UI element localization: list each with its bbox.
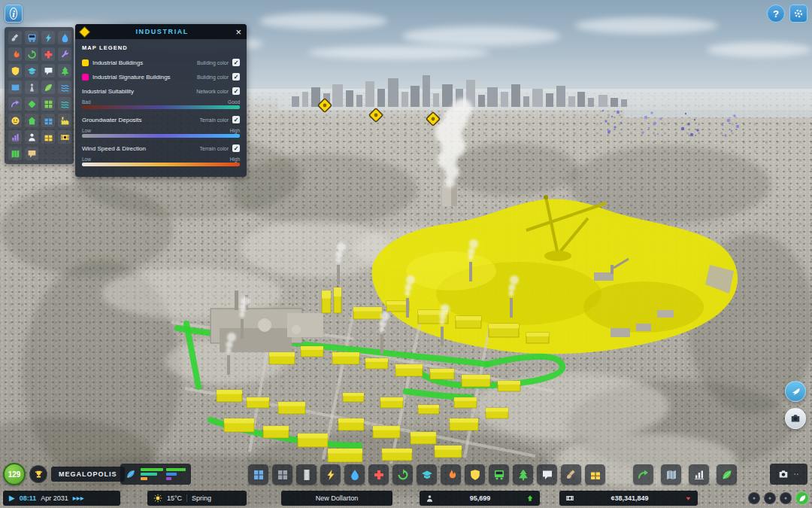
tool-environment-button[interactable] (717, 464, 737, 485)
speed-controls[interactable]: ▸▸▸ (73, 494, 84, 502)
infoview-electricity-button[interactable] (41, 31, 55, 44)
legend-scope: Terrain color (199, 117, 229, 123)
tool-zoning-button[interactable] (248, 464, 268, 485)
photo-mode-panel[interactable] (770, 464, 807, 485)
population-widget[interactable]: 95,699 (420, 491, 540, 506)
infoview-palette (5, 27, 74, 164)
help-button[interactable]: ? (767, 5, 785, 23)
photo-mode-button[interactable] (785, 408, 806, 429)
industry-area-marker[interactable] (369, 108, 383, 122)
play-button[interactable]: ▶ (9, 494, 15, 502)
infoview-transportation-button[interactable] (25, 31, 38, 44)
xp-level-value: 129 (8, 470, 21, 479)
legend-row-groundwater: Groundwater Deposits Terrain color ✓ (82, 114, 240, 126)
tool-water-sewage-button[interactable] (344, 464, 365, 485)
tool-electricity-button[interactable] (320, 464, 341, 485)
recycle-icon (397, 469, 409, 481)
legend-checkbox[interactable]: ✓ (232, 116, 240, 123)
tool-map-tiles-button[interactable] (661, 464, 681, 485)
factory-icon (60, 116, 70, 126)
notification-button[interactable] (795, 491, 809, 505)
industry-area-marker[interactable] (426, 112, 440, 126)
tool-roads-button[interactable] (296, 464, 317, 485)
infoview-routes-button[interactable] (8, 97, 22, 111)
infoview-groundwater-button[interactable] (58, 81, 71, 94)
tool-communications-button[interactable] (537, 464, 557, 485)
infoview-radio-button[interactable] (25, 81, 38, 94)
tool-police-button[interactable] (465, 464, 485, 485)
city-name-widget[interactable]: New Dollarton (281, 491, 392, 506)
infoview-happiness-button[interactable] (8, 114, 22, 127)
tool-education-button[interactable] (417, 464, 437, 485)
home-icon (27, 116, 37, 126)
legend-row-signature-buildings: Industrial Signature Buildings Building … (82, 71, 240, 83)
legend-checkbox[interactable]: ✓ (232, 144, 240, 152)
legend-checkbox[interactable]: ✓ (232, 87, 240, 95)
infoviews-button[interactable]: i (5, 5, 23, 23)
tool-healthcare-button[interactable] (368, 464, 389, 485)
tool-parks-recreation-button[interactable] (513, 464, 533, 485)
infoview-land-value-button[interactable] (41, 81, 55, 94)
infoview-industrial-button[interactable] (58, 114, 71, 127)
infoview-office-button[interactable] (8, 130, 22, 144)
infoview-tourism-button[interactable] (8, 147, 22, 160)
infoview-education-button[interactable] (25, 64, 38, 78)
color-swatch (82, 74, 89, 81)
infoview-healthcare-button[interactable] (41, 47, 55, 61)
cap-icon (27, 66, 37, 76)
tool-fire-rescue-button[interactable] (441, 464, 461, 485)
close-button[interactable]: × (235, 27, 241, 37)
infoview-parks-button[interactable] (58, 64, 71, 78)
demand-indicator[interactable] (120, 464, 191, 485)
dot-icon (783, 495, 789, 501)
quick-button-3[interactable] (780, 492, 792, 504)
infoview-fire-rescue-button[interactable] (8, 47, 22, 61)
sun-icon (153, 494, 162, 503)
infoview-maintenance-button[interactable] (58, 47, 71, 61)
xp-level-badge[interactable]: 129 (3, 463, 26, 485)
infoview-police-button[interactable] (8, 64, 22, 78)
infoview-garbage-button[interactable] (25, 47, 38, 61)
infoview-water-button[interactable] (58, 31, 71, 44)
flame-icon (445, 469, 457, 481)
infoview-natural-resources-button[interactable] (25, 97, 38, 111)
tool-garbage-button[interactable] (392, 464, 413, 485)
tool-routes-button[interactable] (633, 464, 653, 485)
chart-icon (11, 132, 20, 142)
camera-icon (778, 469, 789, 479)
infoview-employment-button[interactable] (41, 130, 55, 144)
money-widget[interactable]: ¢38,341,849 (559, 491, 698, 506)
tool-landscaping-button[interactable] (561, 464, 581, 485)
legend-checkbox[interactable]: ✓ (232, 73, 240, 81)
infoview-mail-button[interactable] (25, 147, 38, 160)
clock-time: 08:11 (20, 494, 37, 502)
crate-icon (589, 469, 601, 481)
legend-checkbox[interactable]: ✓ (232, 59, 240, 66)
tool-cargo-button[interactable] (585, 464, 605, 485)
industry-diamond-icon (79, 26, 91, 38)
quick-buttons (748, 491, 809, 505)
waves-icon (60, 83, 70, 93)
quick-button-1[interactable] (748, 492, 760, 504)
tool-statistics-button[interactable] (689, 464, 709, 485)
infoview-attractions-button[interactable] (8, 81, 22, 94)
infoview-communications-button[interactable] (41, 64, 55, 78)
tool-transportation-button[interactable] (489, 464, 509, 485)
milestones-button[interactable] (29, 465, 47, 483)
infoview-commercial-button[interactable] (41, 114, 55, 127)
infoview-population-button[interactable] (25, 130, 38, 144)
infoview-landscaping-button[interactable] (8, 31, 22, 44)
infoview-economy-button[interactable] (58, 130, 71, 144)
book-icon (11, 83, 20, 93)
recycle-icon (27, 50, 37, 59)
chirper-button[interactable] (785, 381, 806, 402)
dot-icon (767, 495, 773, 501)
tool-areas-button[interactable] (272, 464, 292, 485)
settings-button[interactable] (789, 5, 807, 23)
wrench-icon (60, 50, 70, 59)
diamond-icon (27, 99, 37, 109)
infoview-wind-button[interactable] (58, 97, 71, 111)
quick-button-2[interactable] (764, 492, 776, 504)
infoview-farmland-button[interactable] (41, 97, 55, 111)
infoview-residential-button[interactable] (25, 114, 38, 127)
